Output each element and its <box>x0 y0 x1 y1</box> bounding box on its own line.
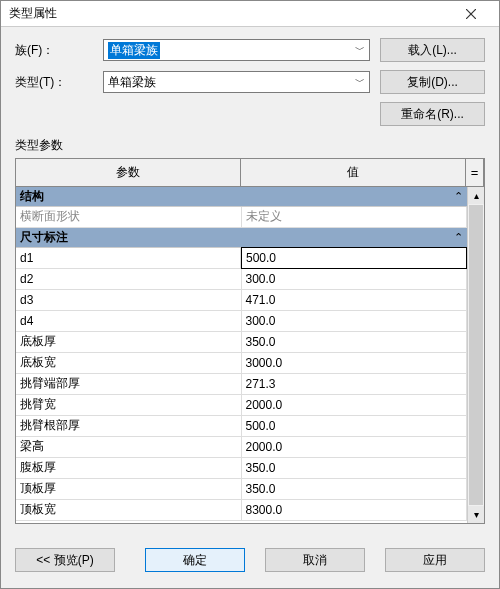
scroll-thumb[interactable] <box>469 205 483 505</box>
value-cell[interactable]: 300.0 <box>242 269 468 289</box>
param-cell[interactable]: d4 <box>16 311 242 331</box>
table-row[interactable]: 挑臂根部厚500.0 <box>16 416 467 437</box>
table-row[interactable]: d4300.0 <box>16 311 467 332</box>
value-cell[interactable]: 8300.0 <box>242 500 468 520</box>
col-value[interactable]: 值 <box>241 159 466 186</box>
table-row[interactable]: 顶板厚350.0 <box>16 479 467 500</box>
value-cell[interactable]: 471.0 <box>242 290 468 310</box>
value-cell[interactable]: 未定义 <box>242 207 468 227</box>
group-name: 尺寸标注 <box>20 229 68 246</box>
chevron-down-icon: ﹀ <box>355 75 365 89</box>
table-row[interactable]: d2300.0 <box>16 269 467 290</box>
apply-button[interactable]: 应用 <box>385 548 485 572</box>
param-cell[interactable]: d2 <box>16 269 242 289</box>
table-row[interactable]: d3471.0 <box>16 290 467 311</box>
table-row[interactable]: 挑臂端部厚271.3 <box>16 374 467 395</box>
ok-button[interactable]: 确定 <box>145 548 245 572</box>
type-params-label: 类型参数 <box>15 137 485 154</box>
value-cell[interactable]: 350.0 <box>242 458 468 478</box>
table-row[interactable]: 腹板厚350.0 <box>16 458 467 479</box>
scroll-up-icon[interactable]: ▴ <box>468 187 484 204</box>
param-cell[interactable]: 底板厚 <box>16 332 242 352</box>
param-cell[interactable]: 梁高 <box>16 437 242 457</box>
collapse-icon[interactable]: ⌃ <box>454 231 463 244</box>
table-row[interactable]: 横断面形状未定义 <box>16 207 467 228</box>
rename-button[interactable]: 重命名(R)... <box>380 102 485 126</box>
family-combo[interactable]: 单箱梁族 ﹀ <box>103 39 370 61</box>
value-cell[interactable]: 300.0 <box>242 311 468 331</box>
value-cell[interactable]: 3000.0 <box>242 353 468 373</box>
param-cell[interactable]: d3 <box>16 290 242 310</box>
type-value: 单箱梁族 <box>108 74 156 91</box>
dialog-footer: << 预览(P) 确定 取消 应用 <box>1 534 499 588</box>
dialog-body: 族(F)： 单箱梁族 ﹀ 载入(L)... 类型(T)： 单箱梁族 ﹀ 复制(D… <box>1 27 499 534</box>
title-bar: 类型属性 <box>1 1 499 27</box>
param-cell[interactable]: d1 <box>16 248 241 268</box>
close-button[interactable] <box>451 1 491 26</box>
value-cell[interactable]: 350.0 <box>242 479 468 499</box>
window-title: 类型属性 <box>9 5 451 22</box>
value-cell[interactable]: 2000.0 <box>242 437 468 457</box>
param-cell[interactable]: 挑臂宽 <box>16 395 242 415</box>
table-row[interactable]: 顶板宽8300.0 <box>16 500 467 521</box>
top-grid: 族(F)： 单箱梁族 ﹀ 载入(L)... 类型(T)： 单箱梁族 ﹀ 复制(D… <box>15 37 485 127</box>
param-cell[interactable]: 顶板宽 <box>16 500 242 520</box>
value-cell[interactable]: 500.0 <box>241 247 467 269</box>
param-cell[interactable]: 腹板厚 <box>16 458 242 478</box>
param-cell[interactable]: 挑臂根部厚 <box>16 416 242 436</box>
dialog-window: 类型属性 族(F)： 单箱梁族 ﹀ 载入(L)... 类型(T)： 单箱梁族 ﹀ <box>0 0 500 589</box>
cancel-button[interactable]: 取消 <box>265 548 365 572</box>
vertical-scrollbar[interactable]: ▴ ▾ <box>467 187 484 523</box>
chevron-down-icon: ﹀ <box>355 43 365 57</box>
param-cell[interactable]: 横断面形状 <box>16 207 242 227</box>
family-label: 族(F)： <box>15 42 93 59</box>
value-cell[interactable]: 350.0 <box>242 332 468 352</box>
preview-button[interactable]: << 预览(P) <box>15 548 115 572</box>
table-row[interactable]: 梁高2000.0 <box>16 437 467 458</box>
collapse-icon[interactable]: ⌃ <box>454 190 463 203</box>
table-row[interactable]: 挑臂宽2000.0 <box>16 395 467 416</box>
duplicate-button[interactable]: 复制(D)... <box>380 70 485 94</box>
family-value: 单箱梁族 <box>108 42 160 59</box>
param-cell[interactable]: 顶板厚 <box>16 479 242 499</box>
value-cell[interactable]: 271.3 <box>242 374 468 394</box>
type-label: 类型(T)： <box>15 74 93 91</box>
table-rows: 结构⌃横断面形状未定义尺寸标注⌃d1500.0d2300.0d3471.0d43… <box>16 187 467 523</box>
value-cell[interactable]: 500.0 <box>242 416 468 436</box>
table-row[interactable]: 底板厚350.0 <box>16 332 467 353</box>
table-row[interactable]: d1500.0 <box>16 248 467 269</box>
load-button[interactable]: 载入(L)... <box>380 38 485 62</box>
col-equals[interactable]: = <box>466 159 484 186</box>
param-cell[interactable]: 挑臂端部厚 <box>16 374 242 394</box>
group-name: 结构 <box>20 188 44 205</box>
group-header[interactable]: 结构⌃ <box>16 187 467 207</box>
param-cell[interactable]: 底板宽 <box>16 353 242 373</box>
value-cell[interactable]: 2000.0 <box>242 395 468 415</box>
close-icon <box>466 9 476 19</box>
table-row[interactable]: 底板宽3000.0 <box>16 353 467 374</box>
group-header[interactable]: 尺寸标注⌃ <box>16 228 467 248</box>
type-combo[interactable]: 单箱梁族 ﹀ <box>103 71 370 93</box>
table-header: 参数 值 = <box>16 159 484 187</box>
table-body-wrap: 结构⌃横断面形状未定义尺寸标注⌃d1500.0d2300.0d3471.0d43… <box>16 187 484 523</box>
col-param[interactable]: 参数 <box>16 159 241 186</box>
params-table: 参数 值 = 结构⌃横断面形状未定义尺寸标注⌃d1500.0d2300.0d34… <box>15 158 485 524</box>
scroll-down-icon[interactable]: ▾ <box>468 506 484 523</box>
